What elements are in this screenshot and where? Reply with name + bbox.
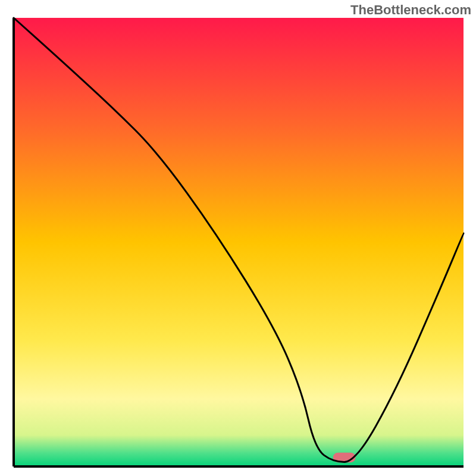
bottleneck-chart: [0, 0, 476, 476]
chart-container: TheBottleneck.com: [0, 0, 476, 476]
chart-background-gradient: [14, 18, 464, 466]
